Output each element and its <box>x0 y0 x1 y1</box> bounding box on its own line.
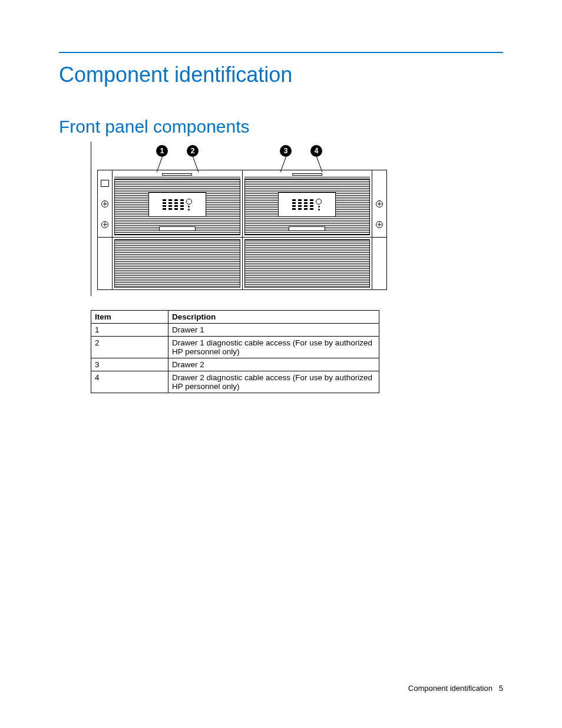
screw-icon <box>101 221 108 228</box>
vent-grille <box>114 239 240 288</box>
document-page: Component identification Front panel com… <box>0 0 562 728</box>
left-rack-ear <box>98 170 113 237</box>
button-cluster <box>186 199 192 210</box>
footer-section: Component identification <box>408 684 492 693</box>
lower-module-1 <box>113 238 243 289</box>
callout-1: 1 <box>156 145 168 157</box>
drawer-1 <box>113 170 243 237</box>
drawer-modules <box>113 170 372 237</box>
callout-row: 1 2 3 4 <box>95 145 389 170</box>
cell-desc: Drawer 2 <box>168 358 379 371</box>
callout-2: 2 <box>187 145 199 157</box>
cell-item: 3 <box>91 358 168 371</box>
dot-icon <box>318 206 320 207</box>
component-table: Item Description 1 Drawer 1 2 Drawer 1 d… <box>91 310 379 393</box>
clip-icon <box>101 180 109 187</box>
page-footer: Component identification 5 <box>408 684 503 693</box>
footer-page-number: 5 <box>499 684 503 693</box>
handle-icon <box>289 226 325 231</box>
cell-item: 2 <box>91 337 168 358</box>
front-panel-diagram: 1 2 3 4 <box>95 145 389 290</box>
round-button-icon <box>316 199 322 205</box>
slot-icon <box>244 172 371 177</box>
drawer-1-face <box>114 179 240 235</box>
vent-grille <box>244 239 371 288</box>
table-header-row: Item Description <box>91 311 379 324</box>
button-cluster <box>316 199 322 210</box>
dot-icon <box>188 206 190 207</box>
table-row: 2 Drawer 1 diagnostic cable access (For … <box>91 337 379 358</box>
cell-desc: Drawer 1 diagnostic cable access (For us… <box>168 337 379 358</box>
screw-icon <box>376 200 383 207</box>
drawer-2-face <box>244 179 371 235</box>
table-row: 4 Drawer 2 diagnostic cable access (For … <box>91 371 379 393</box>
col-description: Description <box>168 311 379 324</box>
drawer-2 <box>243 170 372 237</box>
col-item: Item <box>91 311 168 324</box>
horizontal-rule <box>59 52 503 53</box>
drawer-1-display <box>148 192 206 217</box>
cell-item: 4 <box>91 371 168 393</box>
figure-container: 1 2 3 4 <box>91 141 503 296</box>
handle-icon <box>159 226 196 231</box>
table-row: 1 Drawer 1 <box>91 324 379 337</box>
screw-icon <box>101 200 108 207</box>
table-row: 3 Drawer 2 <box>91 358 379 371</box>
dot-icon <box>188 209 190 210</box>
drawer-2-display <box>278 192 336 217</box>
lower-module-2 <box>243 238 372 289</box>
callout-3: 3 <box>280 145 292 157</box>
round-button-icon <box>186 199 192 205</box>
cell-desc: Drawer 2 diagnostic cable access (For us… <box>168 371 379 393</box>
dot-icon <box>318 209 320 210</box>
chassis-illustration <box>97 170 387 290</box>
slot-icon <box>114 172 240 177</box>
right-rack-ear <box>372 238 386 289</box>
cell-item: 1 <box>91 324 168 337</box>
upper-row <box>98 170 386 237</box>
lower-modules <box>113 238 372 289</box>
section-title: Front panel components <box>59 117 503 137</box>
cell-desc: Drawer 1 <box>168 324 379 337</box>
page-title: Component identification <box>59 62 503 87</box>
right-rack-ear <box>372 170 386 237</box>
lower-row <box>98 237 386 289</box>
screw-icon <box>376 221 383 228</box>
left-rack-ear <box>98 238 113 289</box>
callout-4: 4 <box>310 145 322 157</box>
